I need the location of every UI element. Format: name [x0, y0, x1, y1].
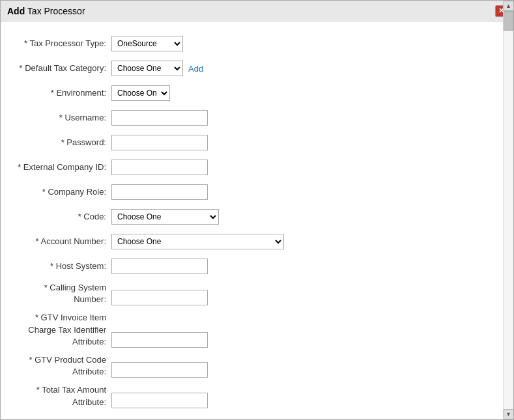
default-tax-category-select[interactable]: Choose One: [111, 61, 183, 76]
label-external-company-id: * External Company ID:: [7, 162, 111, 173]
label-host-system: * Host System:: [7, 261, 111, 272]
username-input[interactable]: [111, 110, 208, 126]
password-input[interactable]: [111, 135, 208, 150]
label-total-tax-amount: * Total Tax AmountAttribute:: [7, 384, 111, 408]
row-calling-system-number: * Calling SystemNumber:: [7, 282, 494, 305]
dialog-title-main: Tax Processor: [27, 6, 85, 16]
row-company-role: * Company Role:: [7, 183, 494, 201]
row-gtv-product-code: * GTV Product CodeAttribute:: [7, 354, 494, 378]
row-account-number: * Account Number: Choose One: [7, 232, 494, 251]
scroll-thumb[interactable]: [504, 11, 513, 31]
tax-processor-type-select[interactable]: OneSource: [111, 36, 183, 51]
row-code: * Code: Choose One: [7, 208, 494, 226]
label-code: * Code:: [7, 212, 111, 223]
scroll-up-arrow[interactable]: ▲: [504, 1, 514, 11]
dialog: Add Tax Processor ✕ * Tax Processor Type…: [0, 0, 514, 420]
label-account-number: * Account Number:: [7, 236, 111, 247]
row-total-tax-amount: * Total Tax AmountAttribute:: [7, 384, 494, 408]
gtv-invoice-item-input[interactable]: [111, 332, 208, 348]
label-gtv-invoice-item: * GTV Invoice ItemCharge Tax IdentifierA…: [7, 312, 111, 348]
label-gtv-product-code: * GTV Product CodeAttribute:: [7, 354, 111, 378]
scrollbar: ▲ ▼: [503, 1, 513, 419]
gtv-product-code-input[interactable]: [111, 362, 208, 378]
row-external-company-id: * External Company ID:: [7, 158, 494, 176]
row-environment: * Environment: Choose One: [7, 84, 494, 102]
label-default-tax-category: * Default Tax Category:: [7, 63, 111, 74]
scroll-track[interactable]: [504, 11, 513, 409]
company-role-input[interactable]: [111, 184, 208, 200]
account-number-select[interactable]: Choose One: [111, 234, 284, 249]
host-system-input[interactable]: [111, 259, 208, 274]
dialog-title: Add Tax Processor: [7, 6, 85, 16]
scroll-down-arrow[interactable]: ▼: [504, 409, 514, 419]
total-tax-amount-input[interactable]: [111, 393, 208, 408]
calling-system-number-input[interactable]: [111, 290, 208, 305]
add-tax-category-link[interactable]: Add: [188, 64, 203, 74]
row-host-system: * Host System:: [7, 257, 494, 275]
code-select[interactable]: Choose One: [111, 209, 219, 225]
dialog-body: * Tax Processor Type: OneSource * Defaul…: [1, 21, 513, 419]
label-password: * Password:: [7, 137, 111, 148]
row-gtv-invoice-item: * GTV Invoice ItemCharge Tax IdentifierA…: [7, 312, 494, 348]
label-company-role: * Company Role:: [7, 187, 111, 198]
row-password: * Password:: [7, 133, 494, 152]
label-calling-system-number: * Calling SystemNumber:: [7, 282, 111, 305]
label-environment: * Environment:: [7, 88, 111, 99]
dialog-titlebar: Add Tax Processor ✕: [1, 1, 513, 21]
row-default-tax-category: * Default Tax Category: Choose One Add: [7, 59, 494, 77]
row-username: * Username:: [7, 109, 494, 127]
environment-select[interactable]: Choose One: [111, 85, 170, 101]
label-tax-processor-type: * Tax Processor Type:: [7, 38, 111, 49]
external-company-id-input[interactable]: [111, 160, 208, 175]
label-username: * Username:: [7, 113, 111, 124]
row-tax-processor-type: * Tax Processor Type: OneSource: [7, 35, 494, 53]
